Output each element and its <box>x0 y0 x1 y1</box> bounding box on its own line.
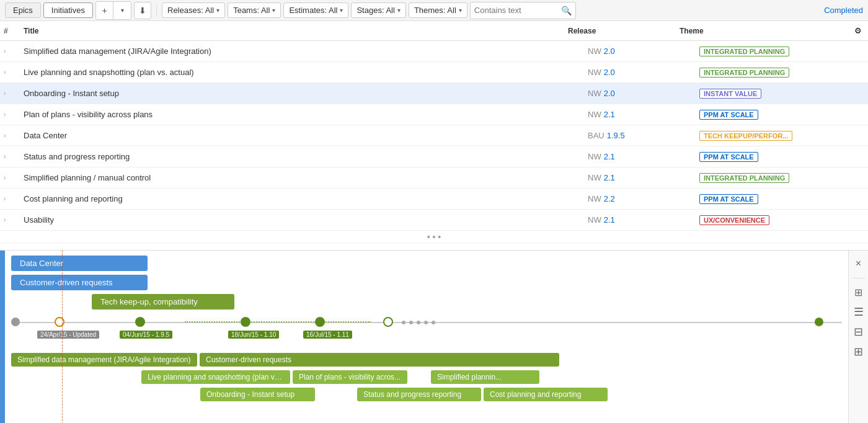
feature-status-reporting[interactable]: Status and progress reporting <box>357 388 481 401</box>
row-arrow-0: › <box>0 48 19 55</box>
right-icon-filter[interactable]: ⊞ <box>851 285 866 300</box>
estimates-filter[interactable]: Estimates: All ▾ <box>283 2 348 18</box>
rel-label-8: NW <box>588 215 601 225</box>
epic-bar-tech[interactable]: Tech keep-up, compatibility <box>92 294 234 309</box>
feature-customer-requests[interactable]: Customer-driven requests <box>200 353 559 367</box>
milestone-1-9-5[interactable] <box>135 317 145 327</box>
right-icon-grid[interactable]: ⊟ <box>851 324 866 339</box>
feature-row-2: Live planning and snapshotting (plan vs.… <box>11 370 842 384</box>
epic-bars: Data Center Customer-driven requests Tec… <box>5 251 848 312</box>
stages-filter[interactable]: Stages: All ▾ <box>351 2 405 18</box>
theme-badge-2[interactable]: INSTANT VALUE <box>699 89 761 99</box>
rel-version-2[interactable]: 2.0 <box>604 89 615 98</box>
download-button[interactable]: ⬇ <box>134 2 151 19</box>
themes-filter[interactable]: Themes: All ▾ <box>409 2 467 18</box>
row-release-7: NW 2.2 <box>583 194 694 203</box>
right-icon-list[interactable]: ☰ <box>851 305 866 319</box>
feature-plan-of-plans[interactable]: Plan of plans - visibility acros... <box>293 370 407 384</box>
theme-badge-5[interactable]: PPM AT SCALE <box>699 152 758 162</box>
row-theme-6: INTEGRATED PLANNING <box>694 173 868 183</box>
rel-version-0[interactable]: 2.0 <box>604 47 615 56</box>
table-row[interactable]: › Simplified data management (JIRA/Agile… <box>0 41 868 62</box>
feature-live-planning[interactable]: Live planning and snapshotting (plan vs.… <box>141 370 290 384</box>
table-row[interactable]: › Simplified planning / manual control N… <box>0 167 868 189</box>
row-theme-1: INTEGRATED PLANNING <box>694 68 868 78</box>
feature-row-1: Simplified data management (JIRA/Agile I… <box>11 353 842 367</box>
milestone-start[interactable] <box>11 318 20 326</box>
milestone-1-11[interactable] <box>315 317 325 327</box>
row-release-8: NW 2.1 <box>583 215 694 225</box>
milestone-dots <box>402 321 435 324</box>
row-title-0: Simplified data management (JIRA/Agile I… <box>19 47 583 56</box>
col-release-header: Release <box>563 27 675 35</box>
add-dropdown-button[interactable]: ▾ <box>113 2 131 19</box>
rel-label-6: NW <box>588 173 601 182</box>
milestone-updated-label: 24/Apr/15 - Updated <box>37 331 99 339</box>
feature-bars: Simplified data management (JIRA/Agile I… <box>5 348 848 406</box>
epic-bar-customer[interactable]: Customer-driven requests <box>11 275 148 290</box>
rel-label-2: NW <box>588 89 601 98</box>
rel-version-3[interactable]: 2.1 <box>604 110 615 119</box>
tab-epics[interactable]: Epics <box>5 2 41 18</box>
rel-version-6[interactable]: 2.1 <box>604 173 615 182</box>
table-row[interactable]: › Onboarding - Instant setup NW 2.0 INST… <box>0 83 868 104</box>
table-row[interactable]: › Live planning and snapshotting (plan v… <box>0 62 868 83</box>
releases-filter[interactable]: Releases: All ▾ <box>162 2 225 18</box>
feature-simplified-data[interactable]: Simplified data management (JIRA/Agile I… <box>11 353 197 367</box>
table-row[interactable]: › Cost planning and reporting NW 2.2 PPM… <box>0 189 868 210</box>
releases-label: Releases: All <box>167 6 214 15</box>
theme-badge-1[interactable]: INTEGRATED PLANNING <box>699 68 789 78</box>
rel-version-1[interactable]: 2.0 <box>604 68 615 77</box>
rel-label-7: NW <box>588 194 601 203</box>
close-button[interactable]: × <box>853 256 864 272</box>
table-row[interactable]: › Plan of plans - visibility across plan… <box>0 104 868 125</box>
row-release-2: NW 2.0 <box>583 89 694 98</box>
theme-badge-7[interactable]: PPM AT SCALE <box>699 194 758 204</box>
table-row[interactable]: › Usability NW 2.1 UX/CONVENIENCE <box>0 210 868 231</box>
theme-badge-6[interactable]: INTEGRATED PLANNING <box>699 173 789 183</box>
rel-version-8[interactable]: 2.1 <box>604 215 615 225</box>
milestone-end[interactable] <box>383 317 393 327</box>
col-hash-header: # <box>0 27 19 35</box>
add-button[interactable]: + <box>96 2 113 19</box>
row-theme-7: PPM AT SCALE <box>694 194 868 204</box>
epic-bar-data-center[interactable]: Data Center <box>11 256 148 271</box>
table-row[interactable]: › Data Center BAU 1.9.5 TECH KEEPUP/PERF… <box>0 125 868 146</box>
right-icon-table[interactable]: ⊞ <box>851 344 866 359</box>
dotted-progress <box>185 321 371 323</box>
feature-simplified-planning[interactable]: Simplified plannin... <box>431 370 539 384</box>
feature-onboarding[interactable]: Onboarding - Instant setup <box>200 388 315 401</box>
stages-label: Stages: All <box>356 6 394 15</box>
rel-label-1: NW <box>588 68 601 77</box>
col-settings-header[interactable]: ⚙ <box>848 26 868 35</box>
row-release-0: NW 2.0 <box>583 47 694 56</box>
row-title-2: Onboarding - Instant setup <box>19 89 583 98</box>
tab-initiatives[interactable]: Initiatives <box>43 2 93 18</box>
milestone-1-10[interactable] <box>241 317 250 327</box>
theme-badge-0[interactable]: INTEGRATED PLANNING <box>699 47 789 56</box>
theme-badge-3[interactable]: PPM AT SCALE <box>699 110 758 120</box>
milestone-1-9-5-label: 04/Jun/15 - 1.9.5 <box>120 331 172 339</box>
theme-badge-4[interactable]: TECH KEEPUP/PERFOR... <box>699 131 792 141</box>
rel-version-5[interactable]: 2.1 <box>604 152 615 161</box>
row-arrow-7: › <box>0 195 19 202</box>
theme-badge-8[interactable]: UX/CONVENIENCE <box>699 215 769 225</box>
feature-row-3: Onboarding - Instant setup Status and pr… <box>11 388 842 401</box>
feature-cost-planning[interactable]: Cost planning and reporting <box>484 388 608 401</box>
row-arrow-5: › <box>0 153 19 160</box>
stages-arrow: ▾ <box>397 7 401 14</box>
completed-link[interactable]: Completed <box>824 6 863 15</box>
table-row[interactable]: › Status and progress reporting NW 2.1 P… <box>0 146 868 167</box>
teams-filter[interactable]: Teams: All ▾ <box>228 2 281 18</box>
rel-label-5: NW <box>588 152 601 161</box>
search-icon[interactable]: 🔍 <box>561 6 572 16</box>
milestone-updated[interactable] <box>55 317 64 327</box>
search-input[interactable] <box>474 6 561 15</box>
rel-version-7[interactable]: 2.2 <box>604 194 615 203</box>
row-release-6: NW 2.1 <box>583 173 694 182</box>
milestone-final[interactable] <box>815 318 823 326</box>
col-theme-header: Theme <box>675 27 848 35</box>
row-arrow-8: › <box>0 216 19 223</box>
rel-label-3: NW <box>588 110 601 119</box>
rel-version-4[interactable]: 1.9.5 <box>607 131 625 140</box>
